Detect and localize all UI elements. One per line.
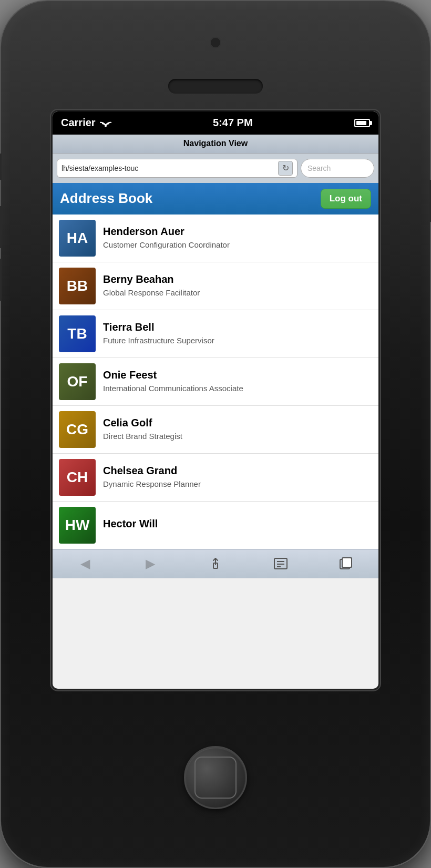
bookmarks-button[interactable] [268, 552, 294, 575]
avatar-onie-feest: OF [59, 363, 96, 400]
contact-item-onie-feest[interactable]: OF Onie Feest International Communicatio… [53, 358, 378, 406]
phone-screen: Carrier 5:47 PM N [53, 111, 378, 689]
bottom-toolbar: ◀ ▶ [53, 549, 378, 578]
forward-button[interactable]: ▶ [137, 552, 163, 575]
volume-up-button[interactable] [0, 206, 2, 248]
contact-info-tierra-bell: Tierra Bell Future Infrastructure Superv… [103, 321, 372, 346]
contact-item-henderson-auer[interactable]: HA Henderson Auer Customer Configuration… [53, 215, 378, 262]
avatar-celia-golf: CG [59, 411, 96, 448]
avatar-henderson-auer: HA [59, 220, 96, 257]
url-input-field[interactable]: lh/siesta/examples-touc ↻ [57, 159, 297, 178]
avatar-chelsea-grand: CH [59, 459, 96, 496]
avatar-initials: BB [59, 268, 96, 304]
battery-icon [354, 119, 370, 127]
contact-info-celia-golf: Celia Golf Direct Brand Strategist [103, 417, 372, 442]
logout-button[interactable]: Log out [321, 189, 371, 209]
contact-role: Global Response Facilitator [103, 288, 372, 298]
app-header: Address Book Log out [53, 183, 378, 215]
contact-item-berny-beahan[interactable]: BB Berny Beahan Global Response Facilita… [53, 262, 378, 310]
contact-info-henderson-auer: Henderson Auer Customer Configuration Co… [103, 226, 372, 250]
avatar-hector-will: HW [59, 507, 96, 544]
back-icon: ◀ [80, 556, 90, 571]
front-camera [210, 37, 221, 48]
carrier-label: Carrier [61, 117, 96, 129]
url-bar[interactable]: lh/siesta/examples-touc ↻ Search [53, 154, 378, 183]
bookmarks-icon [273, 557, 288, 570]
svg-rect-7 [342, 558, 352, 567]
avatar-tierra-bell: TB [59, 315, 96, 352]
contact-name: Tierra Bell [103, 321, 372, 333]
home-button-inner [194, 757, 237, 799]
avatar-initials: HW [59, 507, 96, 544]
share-icon [209, 557, 222, 570]
contact-name: Henderson Auer [103, 226, 372, 238]
wifi-icon [100, 119, 111, 127]
contact-item-celia-golf[interactable]: CG Celia Golf Direct Brand Strategist [53, 406, 378, 454]
contact-list: HA Henderson Auer Customer Configuration… [53, 215, 378, 549]
reload-button[interactable]: ↻ [278, 161, 293, 176]
phone-device: Carrier 5:47 PM N [0, 0, 431, 868]
navigation-view-bar: Navigation View [53, 135, 378, 154]
contact-name: Onie Feest [103, 369, 372, 381]
contact-name: Chelsea Grand [103, 465, 372, 477]
app-title: Address Book [60, 190, 152, 207]
phone-top [1, 1, 430, 111]
share-button[interactable] [202, 552, 229, 575]
contact-info-hector-will: Hector Will [103, 518, 372, 532]
url-text: lh/siesta/examples-touc [61, 164, 275, 172]
contact-item-tierra-bell[interactable]: TB Tierra Bell Future Infrastructure Sup… [53, 310, 378, 358]
volume-down-button[interactable] [0, 259, 2, 301]
status-bar: Carrier 5:47 PM [53, 111, 378, 135]
status-time: 5:47 PM [213, 117, 253, 129]
avatar-berny-beahan: BB [59, 268, 96, 304]
nav-title: Navigation View [183, 139, 248, 148]
contact-name: Hector Will [103, 518, 372, 530]
avatar-initials: HA [59, 220, 96, 257]
avatar-initials: CH [59, 459, 96, 496]
tabs-icon [339, 557, 353, 570]
reload-icon: ↻ [282, 163, 289, 173]
contact-info-berny-beahan: Berny Beahan Global Response Facilitator [103, 273, 372, 298]
carrier-info: Carrier [61, 117, 111, 129]
search-placeholder: Search [307, 164, 331, 172]
mute-switch[interactable] [0, 154, 2, 180]
contact-info-chelsea-grand: Chelsea Grand Dynamic Response Planner [103, 465, 372, 489]
avatar-initials: TB [59, 315, 96, 352]
svg-point-0 [105, 125, 107, 127]
avatar-initials: CG [59, 411, 96, 448]
home-button[interactable] [184, 746, 247, 809]
contact-item-chelsea-grand[interactable]: CH Chelsea Grand Dynamic Response Planne… [53, 454, 378, 502]
contact-item-hector-will[interactable]: HW Hector Will [53, 502, 378, 549]
contact-role: Dynamic Response Planner [103, 479, 372, 489]
contact-role: Direct Brand Strategist [103, 431, 372, 442]
contact-role: Future Infrastructure Supervisor [103, 335, 372, 346]
tabs-button[interactable] [333, 552, 359, 575]
contact-role: Customer Configuration Coordinator [103, 240, 372, 250]
earpiece-speaker [168, 79, 263, 94]
contact-info-onie-feest: Onie Feest International Communications … [103, 369, 372, 394]
contact-role: International Communications Associate [103, 383, 372, 394]
contact-name: Celia Golf [103, 417, 372, 429]
back-button[interactable]: ◀ [72, 552, 98, 575]
search-field[interactable]: Search [301, 159, 374, 178]
phone-bottom [184, 689, 247, 867]
contact-name: Berny Beahan [103, 273, 372, 285]
avatar-initials: OF [59, 363, 96, 400]
forward-icon: ▶ [146, 556, 155, 571]
